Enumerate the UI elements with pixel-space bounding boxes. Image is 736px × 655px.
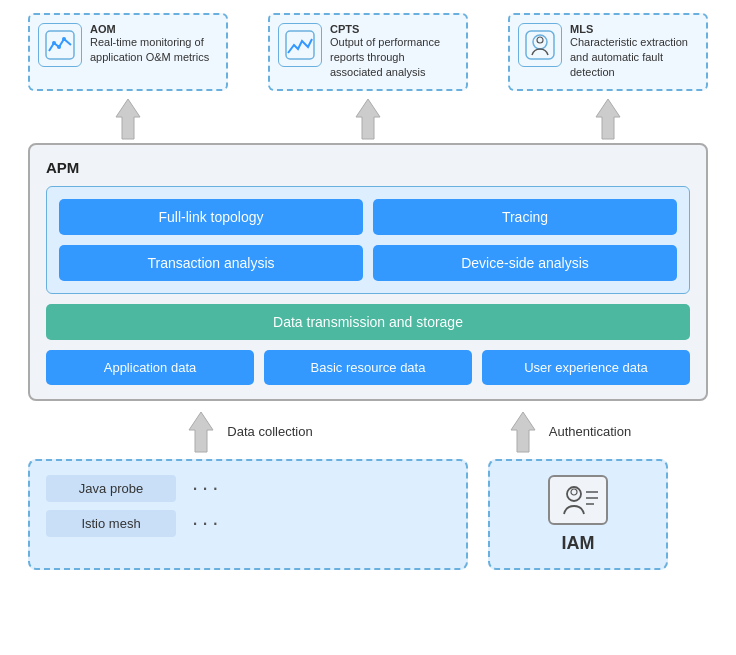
basic-resource-data-btn[interactable]: Basic resource data (264, 350, 472, 385)
cpts-description: Output of performance reports through as… (330, 35, 458, 81)
svg-point-6 (537, 37, 543, 43)
svg-marker-8 (116, 99, 140, 139)
authentication-arrow-block: Authentication (468, 410, 668, 454)
svg-point-3 (62, 37, 66, 41)
apm-label: APM (46, 159, 690, 176)
istio-mesh-row: Istio mesh ··· (46, 510, 450, 537)
cpts-card: CPTS Output of performance reports throu… (268, 13, 468, 91)
svg-marker-9 (356, 99, 380, 139)
cpts-title: CPTS (330, 23, 458, 35)
svg-point-14 (571, 489, 577, 495)
java-probe-row: Java probe ··· (46, 475, 450, 502)
probe-box: Java probe ··· Istio mesh ··· (28, 459, 468, 570)
mls-icon (518, 23, 562, 67)
istio-mesh-dots: ··· (192, 510, 222, 536)
inner-blue-box: Full-link topology Tracing Transaction a… (46, 186, 690, 294)
mls-text: MLS Characteristic extraction and automa… (570, 23, 698, 81)
aom-description: Real-time monitoring of application O&M … (90, 35, 218, 66)
data-collection-label: Data collection (227, 424, 312, 439)
aom-card: AOM Real-time monitoring of application … (28, 13, 228, 91)
full-link-topology-btn[interactable]: Full-link topology (59, 199, 363, 235)
svg-marker-10 (596, 99, 620, 139)
bottom-boxes-row: Java probe ··· Istio mesh ··· IAM (28, 459, 708, 570)
iam-icon (548, 475, 608, 525)
data-buttons-row: Application data Basic resource data Use… (46, 350, 690, 385)
iam-label: IAM (562, 533, 595, 554)
application-data-btn[interactable]: Application data (46, 350, 254, 385)
apm-box: APM Full-link topology Tracing Transacti… (28, 143, 708, 401)
cpts-icon (278, 23, 322, 67)
iam-box: IAM (488, 459, 668, 570)
data-transmission-bar: Data transmission and storage (46, 304, 690, 340)
device-side-analysis-btn[interactable]: Device-side analysis (373, 245, 677, 281)
svg-point-2 (57, 45, 61, 49)
authentication-arrow-container: Authentication (505, 410, 631, 454)
aom-icon (38, 23, 82, 67)
cpts-text: CPTS Output of performance reports throu… (330, 23, 458, 81)
transaction-analysis-btn[interactable]: Transaction analysis (59, 245, 363, 281)
aom-text: AOM Real-time monitoring of application … (90, 23, 218, 66)
top-cards-row: AOM Real-time monitoring of application … (28, 13, 708, 91)
data-collection-arrow-block: Data collection (28, 410, 468, 454)
java-probe-label: Java probe (46, 475, 176, 502)
mls-arrow (508, 97, 708, 141)
mls-card: MLS Characteristic extraction and automa… (508, 13, 708, 91)
java-probe-dots: ··· (192, 475, 222, 501)
tracing-btn[interactable]: Tracing (373, 199, 677, 235)
data-collection-arrow-container: Data collection (183, 410, 312, 454)
authentication-arrow-icon (505, 410, 541, 454)
svg-marker-11 (189, 412, 213, 452)
mls-title: MLS (570, 23, 698, 35)
mls-description: Characteristic extraction and automatic … (570, 35, 698, 81)
bottom-arrows-row: Data collection Authentication (28, 405, 708, 459)
user-experience-data-btn[interactable]: User experience data (482, 350, 690, 385)
cpts-arrow (268, 97, 468, 141)
aom-arrow (28, 97, 228, 141)
top-arrows-row (28, 95, 708, 143)
data-collection-arrow-icon (183, 410, 219, 454)
svg-marker-12 (511, 412, 535, 452)
architecture-diagram: AOM Real-time monitoring of application … (18, 13, 718, 643)
authentication-label: Authentication (549, 424, 631, 439)
aom-title: AOM (90, 23, 218, 35)
istio-mesh-label: Istio mesh (46, 510, 176, 537)
svg-point-1 (52, 41, 56, 45)
